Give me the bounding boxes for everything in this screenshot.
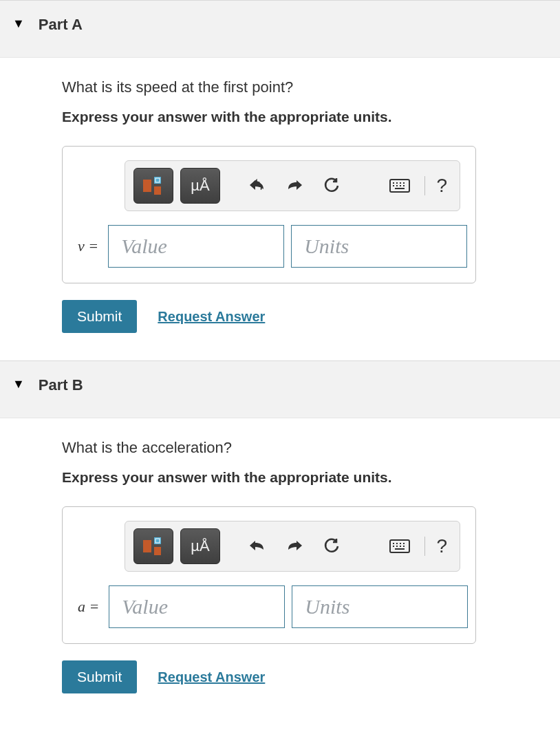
part-a-request-answer-link[interactable]: Request Answer	[158, 309, 265, 325]
part-b-title: Part B	[39, 376, 83, 394]
svg-rect-14	[143, 540, 151, 552]
part-a-submit-button[interactable]: Submit	[62, 300, 137, 333]
toolbar-divider	[424, 176, 425, 195]
part-b-variable-label: a =	[78, 598, 109, 616]
units-button[interactable]: µÅ	[180, 528, 220, 564]
units-button[interactable]: µÅ	[180, 168, 220, 204]
reset-icon[interactable]	[316, 532, 347, 560]
part-b-toolbar: µÅ ?	[125, 521, 460, 572]
part-a-input-row: v =	[78, 225, 460, 268]
redo-icon[interactable]	[279, 172, 310, 200]
part-a-toolbar: µÅ undo ?	[125, 160, 460, 211]
part-b-submit-button[interactable]: Submit	[62, 660, 137, 693]
part-a-answer-box: µÅ undo ? v =	[62, 146, 476, 283]
keyboard-icon[interactable]	[385, 172, 415, 200]
part-b-value-input[interactable]	[109, 585, 285, 628]
part-b-body: What is the acceleration? Express your a…	[0, 418, 560, 721]
part-b-header[interactable]: ▼ Part B	[0, 360, 560, 418]
collapse-icon: ▼	[12, 378, 25, 390]
toolbar-divider	[424, 537, 425, 556]
part-b-actions: Submit Request Answer	[62, 660, 546, 693]
reset-icon[interactable]	[316, 172, 347, 200]
undo-icon[interactable]	[242, 532, 272, 560]
templates-button[interactable]	[133, 528, 173, 564]
part-b-answer-box: µÅ ? a =	[62, 506, 476, 644]
help-icon[interactable]: ?	[432, 535, 451, 557]
part-a-header[interactable]: ▼ Part A	[0, 0, 560, 58]
help-icon[interactable]: ?	[432, 175, 451, 197]
templates-button[interactable]	[133, 168, 173, 204]
keyboard-icon[interactable]	[385, 532, 415, 560]
part-a-actions: Submit Request Answer	[62, 300, 546, 333]
part-a-instruction: Express your answer with the appropriate…	[62, 109, 546, 125]
part-b-instruction: Express your answer with the appropriate…	[62, 469, 546, 486]
collapse-icon: ▼	[12, 17, 25, 30]
part-a-value-input[interactable]	[108, 225, 284, 268]
part-a-question: What is its speed at the first point?	[62, 78, 546, 96]
svg-rect-16	[154, 547, 161, 555]
part-a-variable-label: v =	[78, 237, 108, 255]
svg-rect-2	[154, 186, 161, 195]
redo-icon[interactable]	[279, 532, 310, 560]
part-b-input-row: a =	[78, 585, 460, 628]
part-b-request-answer-link[interactable]: Request Answer	[158, 669, 265, 685]
part-a-units-input[interactable]	[291, 225, 467, 268]
part-a-title: Part A	[39, 16, 83, 34]
part-b-question: What is the acceleration?	[62, 439, 546, 457]
svg-rect-0	[143, 180, 151, 192]
part-b-units-input[interactable]	[292, 585, 468, 628]
part-a-body: What is its speed at the first point? Ex…	[0, 58, 560, 360]
